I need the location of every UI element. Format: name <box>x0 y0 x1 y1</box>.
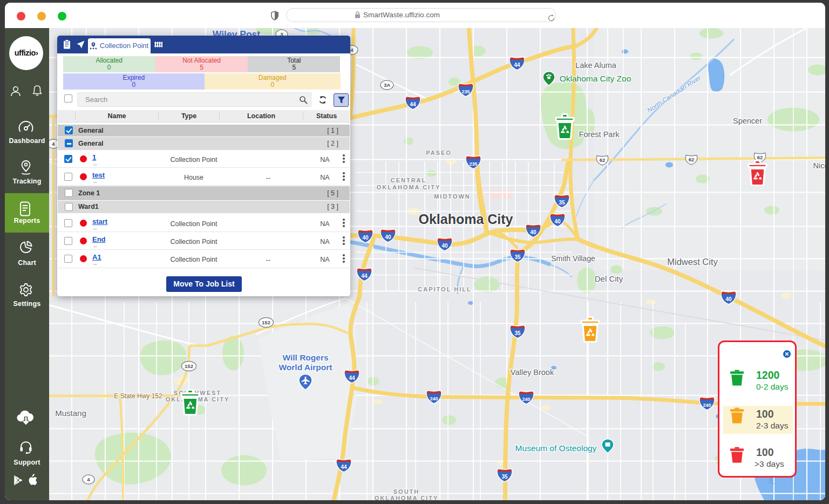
svg-text:40: 40 <box>441 243 448 249</box>
svg-text:235: 235 <box>461 89 470 94</box>
svg-text:MIDTOWN: MIDTOWN <box>434 193 471 200</box>
svg-text:SOUTH: SOUTH <box>393 488 420 495</box>
svg-text:Forest Park: Forest Park <box>579 130 620 139</box>
svg-text:OKLAHOMA CITY: OKLAHOMA CITY <box>375 495 438 501</box>
svg-text:Midwest City: Midwest City <box>667 257 718 267</box>
svg-text:35: 35 <box>514 254 521 260</box>
svg-text:62: 62 <box>600 157 606 163</box>
svg-text:Will Rogers: Will Rogers <box>282 353 328 362</box>
svg-text:62: 62 <box>689 156 695 162</box>
svg-text:44: 44 <box>349 375 355 381</box>
svg-text:35: 35 <box>514 330 521 336</box>
svg-text:44: 44 <box>361 273 368 279</box>
svg-text:4: 4 <box>52 141 55 147</box>
svg-text:152: 152 <box>262 319 270 325</box>
svg-text:3A: 3A <box>384 82 390 88</box>
svg-text:40: 40 <box>385 234 391 240</box>
svg-text:CENTRAL: CENTRAL <box>391 177 427 183</box>
svg-text:40: 40 <box>554 219 561 224</box>
svg-text:40: 40 <box>725 296 732 302</box>
svg-text:40: 40 <box>362 235 369 241</box>
svg-text:CAPITOL HILL: CAPITOL HILL <box>418 286 471 292</box>
svg-text:Museum of Osteology: Museum of Osteology <box>515 444 597 453</box>
svg-text:Oklahoma City Zoo: Oklahoma City Zoo <box>560 74 631 83</box>
svg-text:4: 4 <box>350 47 354 53</box>
svg-text:Spencer: Spencer <box>733 117 762 125</box>
svg-text:35: 35 <box>559 200 565 206</box>
svg-text:240: 240 <box>522 397 530 402</box>
svg-text:35: 35 <box>501 474 508 480</box>
svg-text:235: 235 <box>469 161 477 167</box>
svg-text:PASEO: PASEO <box>426 149 452 156</box>
svg-text:OKLAHOMA CITY: OKLAHOMA CITY <box>377 184 440 190</box>
svg-text:Smith Village: Smith Village <box>551 254 595 263</box>
svg-text:Oklahoma City: Oklahoma City <box>418 212 513 227</box>
svg-text:62: 62 <box>757 154 763 160</box>
svg-text:Del City: Del City <box>595 274 623 283</box>
svg-text:4: 4 <box>87 476 90 482</box>
svg-text:240: 240 <box>430 396 438 401</box>
svg-text:44: 44 <box>514 62 520 68</box>
svg-text:E State Hwy 152: E State Hwy 152 <box>114 392 162 400</box>
svg-text:Valley Brook: Valley Brook <box>511 368 554 377</box>
svg-text:40: 40 <box>530 229 536 235</box>
svg-text:240: 240 <box>703 403 711 408</box>
svg-text:44: 44 <box>341 464 347 470</box>
svg-text:Lake Aluma: Lake Aluma <box>575 61 617 70</box>
svg-text:152: 152 <box>185 363 193 369</box>
svg-text:Mustang: Mustang <box>55 408 86 418</box>
svg-text:Nico: Nico <box>813 161 825 170</box>
svg-text:World Airport: World Airport <box>278 363 332 372</box>
svg-text:44: 44 <box>410 101 416 107</box>
